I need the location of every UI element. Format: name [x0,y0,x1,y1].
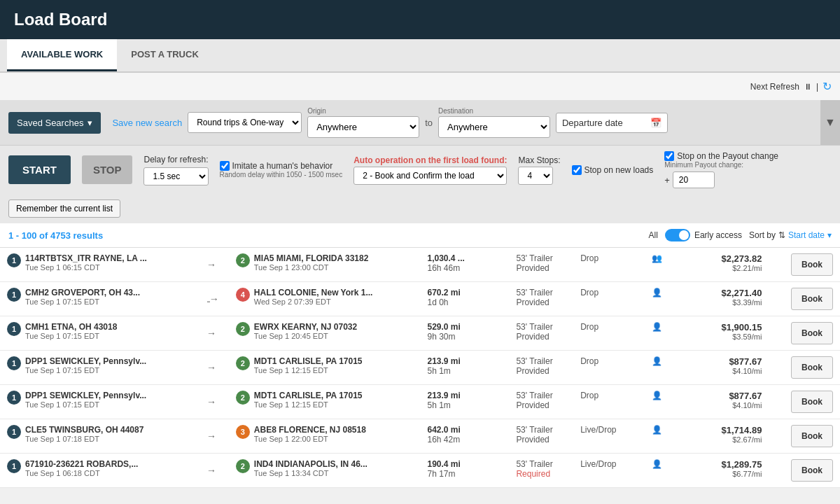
dest-date: Tue Sep 1 12:15 EDT [254,400,363,409]
route-arrow-icon: → [202,396,220,407]
book-cell: Book [769,351,840,385]
dest-stop-badge: 2 [236,322,250,336]
results-bar: 1 - 100 of 4753 results All Early access… [0,223,840,248]
price-cell: $877.67 $4.10/mi [680,351,769,385]
trailer-cell: 53' Trailer Required [509,454,573,488]
team-icon-cell: 👤 [645,316,680,351]
early-access-toggle[interactable]: Early access [665,229,742,241]
single-driver-icon: 👤 [652,288,662,298]
distance-cell: 213.9 mi 5h 1m [420,351,509,385]
arrow-cell: → [195,454,229,488]
distance-cell: 190.4 mi 7h 17m [420,454,509,488]
imitate-checkbox-label[interactable]: Imitate a human's behavior [220,161,343,171]
price-per-mile: $2.21/mi [687,264,762,272]
price-value: $2,271.40 [687,288,762,298]
origin-label: Origin [307,107,419,115]
team-icon-cell: 👤 [645,454,680,488]
duration-value: 1d 0h [427,298,502,307]
next-refresh-label: Next Refresh [750,82,799,92]
sort-value[interactable]: Start date [788,230,825,240]
trailer-status: Provided [516,435,566,444]
toolbar-area: Next Refresh ⏸ | ↻ [0,73,840,100]
book-button[interactable]: Book [791,459,833,482]
origin-field-group: Origin Anywhere [307,107,419,138]
price-value: $877.67 [687,356,762,367]
dest-name: ABE8 FLORENCE, NJ 08518 [254,425,366,435]
book-button[interactable]: Book [791,356,833,379]
auto-op-select[interactable]: 2 - Book and Confirm the load 1 - Book o… [354,167,507,185]
stop-payout-label[interactable]: Stop on the Payout change [664,151,778,161]
dest-date: Tue Sep 1 12:15 EDT [254,366,363,374]
remember-list-button[interactable]: Remember the current list [8,200,120,218]
origin-stop-badge: 1 [7,288,21,302]
origin-cell: 1 DPP1 SEWICKLEY, Pennsylv... Tue Sep 1 … [0,351,195,385]
stop-button[interactable]: STOP [82,155,133,184]
book-button[interactable]: Book [791,288,833,310]
dest-name: EWRX KEARNY, NJ 07032 [254,322,357,332]
sort-chevron-icon[interactable]: ▾ [827,230,832,240]
book-button[interactable]: Book [791,391,833,413]
max-stops-group: Max Stops: 4 1 2 3 5 [518,155,560,185]
book-button[interactable]: Book [791,322,833,344]
origin-name: CMH2 GROVEPORT, OH 43... [25,288,140,298]
origin-date: Tue Sep 1 06:15 CDT [25,263,147,272]
duration-value: 5h 1m [427,366,502,376]
search-bar: Saved Searches ▾ Save new search Round t… [0,100,840,145]
destination-field-group: Destination Anywhere [438,107,550,138]
book-cell: Book [769,454,840,488]
pause-icon[interactable]: ⏸ [804,82,812,92]
price-value: $1,900.15 [687,322,762,332]
tab-post-a-truck[interactable]: POST A TRUCK [117,39,213,71]
departure-date-field[interactable]: Departure date 📅 [556,113,668,133]
book-cell: Book [769,282,840,316]
stop-new-loads-checkbox[interactable] [572,165,582,175]
origin-date: Tue Sep 1 07:15 EDT [25,332,117,340]
toggle-switch-knob[interactable] [665,229,690,241]
team-icon-cell: 👤 [645,385,680,419]
drop-type-cell: Drop [573,351,645,385]
trailer-type: 53' Trailer [516,391,566,400]
origin-date: Tue Sep 1 07:18 EDT [25,435,144,443]
dest-name: HAL1 COLONIE, New York 1... [254,288,373,298]
single-driver-icon: 👤 [652,459,662,469]
max-stops-select[interactable]: 4 1 2 3 5 [518,167,553,185]
origin-name: 114RTBTSX_ITR RAYNE, LA ... [25,253,147,263]
distance-value: 642.0 mi [427,425,502,435]
book-button[interactable]: Book [791,425,833,447]
price-per-mile: $4.10/mi [687,401,762,410]
duration-value: 16h 42m [427,435,502,444]
refresh-icon[interactable]: ↻ [822,80,832,93]
stop-new-loads-label[interactable]: Stop on new loads [572,165,654,175]
dest-name: MIA5 MIAMI, FLORIDA 33182 [254,253,369,263]
drop-type-cell: Drop [573,282,645,316]
sort-icon: ⇅ [778,230,785,240]
book-button[interactable]: Book [791,253,833,276]
stop-payout-checkbox[interactable] [664,151,674,161]
trailer-type: 53' Trailer [516,459,566,469]
destination-select[interactable]: Anywhere [438,116,550,138]
trip-type-select[interactable]: Round trips & One-way [188,112,302,133]
route-arrow-icon: → [202,362,220,373]
origin-date: Tue Sep 1 07:15 EDT [25,366,146,374]
scroll-right-arrow[interactable]: ▼ [820,100,840,145]
arrow-cell: → [195,351,229,385]
trailer-status: Provided [516,332,566,342]
dest-stop-badge: 2 [236,459,250,473]
departure-date-label: Departure date [562,118,623,128]
save-new-search-link[interactable]: Save new search [112,118,182,128]
delay-select[interactable]: 1.5 sec 1.0 sec 2.0 sec [144,167,208,186]
saved-searches-button[interactable]: Saved Searches ▾ [8,112,101,134]
route-arrow-icon: → [202,430,220,442]
origin-cell: 1 CMH1 ETNA, OH 43018 Tue Sep 1 07:15 ED… [0,316,195,351]
drop-type-cell: Live/Drop [573,419,645,454]
origin-select[interactable]: Anywhere [307,116,419,138]
route-arrow-icon: → [202,465,220,476]
duration-value: 7h 17m [427,469,502,479]
min-payout-input[interactable] [673,172,715,188]
price-per-mile: $3.59/mi [687,332,762,341]
tab-available-work[interactable]: AVAILABLE WORK [7,39,117,71]
drop-type-cell: Drop [573,316,645,351]
imitate-checkbox[interactable] [220,161,230,171]
start-button[interactable]: START [8,155,71,184]
price-cell: $1,289.75 $6.77/mi [680,454,769,488]
